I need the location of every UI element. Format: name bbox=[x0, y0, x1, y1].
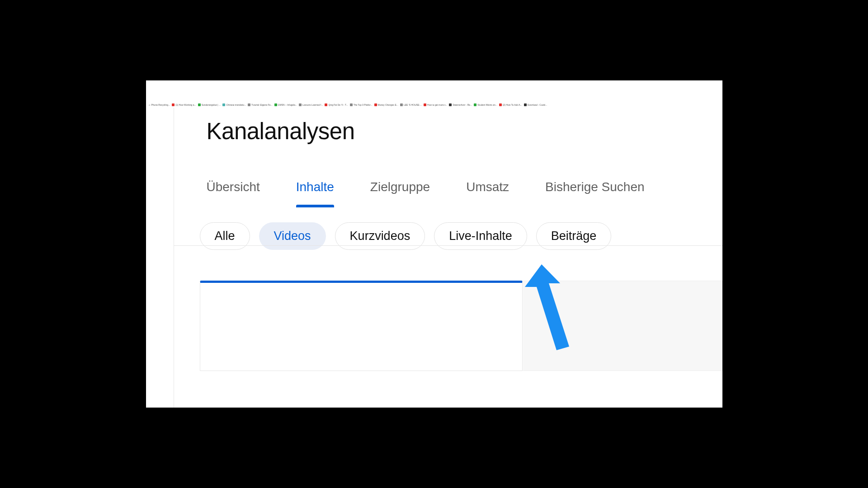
favicon-icon bbox=[374, 103, 377, 106]
bookmark-label: Qing Fei De Yi - T... bbox=[328, 103, 348, 106]
favicon-icon bbox=[274, 103, 277, 106]
app-window: ⌕Phone Recycling... (1) How Working a...… bbox=[146, 80, 722, 408]
bookmark-item[interactable]: Sonderangebot | ... bbox=[198, 103, 221, 106]
bookmark-item[interactable]: Tutorial: Eigene Fa... bbox=[248, 103, 272, 106]
bookmark-item[interactable]: Download - Cooki... bbox=[524, 103, 547, 106]
bookmark-item[interactable]: LEE 'S HOUSE-... bbox=[400, 103, 422, 106]
bookmarks-bar: ⌕Phone Recycling... (1) How Working a...… bbox=[149, 102, 722, 108]
tab-bar: Übersicht Inhalte Zielgruppe Umsatz Bish… bbox=[174, 180, 722, 206]
search-icon: ⌕ bbox=[149, 103, 151, 106]
favicon-icon bbox=[198, 103, 201, 106]
tab-research[interactable]: Bisherige Suchen bbox=[545, 180, 644, 206]
bookmark-label: Money Changes E... bbox=[378, 103, 398, 106]
tab-content[interactable]: Inhalte bbox=[296, 180, 334, 206]
bookmark-item[interactable]: GMSN – Infogela... bbox=[274, 103, 297, 106]
bookmark-label: LEE 'S HOUSE-... bbox=[404, 103, 422, 106]
bookmark-label: Datenschutz - Re... bbox=[453, 103, 472, 106]
favicon-icon bbox=[350, 103, 353, 106]
bookmark-item[interactable]: How to get more v... bbox=[424, 103, 447, 106]
favicon-icon bbox=[299, 103, 302, 106]
bookmark-item[interactable]: (2) How To Add A... bbox=[499, 103, 522, 106]
bookmark-label: Lessons Learned f... bbox=[302, 103, 323, 106]
bookmark-item[interactable]: Student Wants an... bbox=[474, 103, 497, 106]
bookmark-label: Phone Recycling... bbox=[151, 103, 170, 106]
favicon-icon bbox=[524, 103, 527, 106]
favicon-icon bbox=[325, 103, 327, 106]
bookmark-item[interactable]: Qing Fei De Yi - T... bbox=[325, 103, 348, 106]
bookmark-label: How to get more v... bbox=[427, 103, 447, 106]
metric-card-active[interactable] bbox=[200, 281, 523, 371]
bookmark-item[interactable]: Chinese translatio... bbox=[222, 103, 246, 106]
bookmark-label: Chinese translatio... bbox=[226, 103, 246, 106]
page-title: Kanalanalysen bbox=[174, 108, 722, 145]
metric-card-next[interactable] bbox=[523, 281, 722, 371]
bookmark-label: (1) How Working a... bbox=[175, 103, 196, 106]
bookmark-label: Tutorial: Eigene Fa... bbox=[251, 103, 272, 106]
favicon-icon bbox=[400, 103, 403, 106]
bookmark-item[interactable]: Money Changes E... bbox=[374, 103, 398, 106]
bookmark-item[interactable]: ⌕Phone Recycling... bbox=[149, 103, 170, 106]
bookmark-label: Sonderangebot | ... bbox=[202, 103, 221, 106]
favicon-icon bbox=[449, 103, 452, 106]
favicon-icon bbox=[474, 103, 476, 106]
bookmark-label: Download - Cooki... bbox=[528, 103, 547, 106]
favicon-icon bbox=[248, 103, 250, 106]
bookmark-item[interactable]: Lessons Learned f... bbox=[299, 103, 323, 106]
bookmark-label: Student Wants an... bbox=[477, 103, 497, 106]
bookmark-label: The Top 3 Platfor... bbox=[354, 103, 373, 106]
metrics-area bbox=[174, 281, 722, 371]
tab-overview[interactable]: Übersicht bbox=[207, 180, 260, 206]
bookmark-label: (2) How To Add A... bbox=[503, 103, 522, 106]
favicon-icon bbox=[222, 103, 225, 106]
bookmark-item[interactable]: Datenschutz - Re... bbox=[449, 103, 472, 106]
tab-revenue[interactable]: Umsatz bbox=[466, 180, 509, 206]
bookmark-label: GMSN – Infogela... bbox=[278, 103, 297, 106]
main-content: Kanalanalysen Übersicht Inhalte Zielgrup… bbox=[174, 108, 722, 408]
favicon-icon bbox=[172, 103, 175, 106]
favicon-icon bbox=[499, 103, 502, 106]
bookmark-item[interactable]: (1) How Working a... bbox=[172, 103, 196, 106]
bookmark-item[interactable]: The Top 3 Platfor... bbox=[350, 103, 373, 106]
tab-audience[interactable]: Zielgruppe bbox=[370, 180, 430, 206]
favicon-icon bbox=[424, 103, 426, 106]
tab-underline bbox=[174, 245, 722, 246]
